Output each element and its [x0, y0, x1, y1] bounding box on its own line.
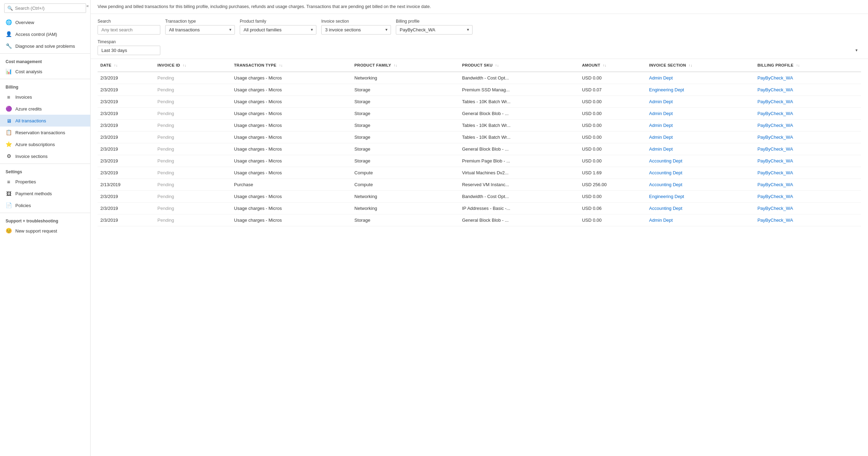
cell-invoice-section[interactable]: Admin Dept — [646, 131, 755, 143]
table-row: 2/3/2019 Pending Usage charges - Micros … — [98, 167, 861, 178]
sidebar-item-label: Access control (IAM) — [15, 32, 57, 37]
table-row: 2/3/2019 Pending Usage charges - Micros … — [98, 72, 861, 84]
cell-amount: USD 0.00 — [579, 72, 646, 84]
sidebar-item-support[interactable]: 😊 New support request — [0, 225, 90, 237]
col-product-family[interactable]: PRODUCT FAMILY ↑↓ — [352, 59, 459, 72]
cell-billing-profile[interactable]: PayByCheck_WA — [755, 107, 861, 119]
cell-product-sku: Tables - 10K Batch Wr... — [459, 96, 579, 107]
page-description: View pending and billed transactions for… — [91, 0, 868, 14]
col-product-sku[interactable]: PRODUCT SKU ↑↓ — [459, 59, 579, 72]
cell-transaction-type: Usage charges - Micros — [231, 119, 352, 131]
cell-product-sku: Reserved VM Instanc... — [459, 178, 579, 190]
sidebar-item-all-transactions[interactable]: 🖥 All transactions — [0, 115, 90, 127]
payment-icon: 🖼 — [6, 190, 12, 197]
cell-invoice-section[interactable]: Accounting Dept — [646, 202, 755, 214]
sidebar-item-label: Payment methods — [15, 191, 52, 196]
cell-product-sku: Virtual Machines Dv2... — [459, 167, 579, 178]
section-billing: Billing — [0, 81, 90, 91]
invoice-section-select[interactable]: 3 invoice sections Admin Dept Engineerin… — [321, 25, 391, 35]
sidebar-item-cost-analysis[interactable]: 📊 Cost analysis — [0, 66, 90, 77]
col-date[interactable]: DATE ↑↓ — [98, 59, 155, 72]
cell-invoice-section[interactable]: Accounting Dept — [646, 178, 755, 190]
cell-invoice-section[interactable]: Admin Dept — [646, 72, 755, 84]
cell-product-family: Networking — [352, 72, 459, 84]
sidebar-item-iam[interactable]: 👤 Access control (IAM) — [0, 28, 90, 40]
col-amount[interactable]: AMOUNT ↑↓ — [579, 59, 646, 72]
cell-product-family: Storage — [352, 96, 459, 107]
cell-transaction-type: Usage charges - Micros — [231, 202, 352, 214]
cell-billing-profile[interactable]: PayByCheck_WA — [755, 167, 861, 178]
cell-date: 2/3/2019 — [98, 143, 155, 155]
cell-billing-profile[interactable]: PayByCheck_WA — [755, 214, 861, 226]
sidebar-item-policies[interactable]: 📄 Policies — [0, 199, 90, 211]
search-box[interactable]: 🔍 — [4, 3, 86, 13]
divider-4 — [0, 213, 90, 213]
sidebar-item-overview[interactable]: 🌐 Overview — [0, 16, 90, 28]
cell-invoice-section[interactable]: Admin Dept — [646, 119, 755, 131]
collapse-button[interactable]: « — [86, 3, 89, 8]
col-invoice-section[interactable]: INVOICE SECTION ↑↓ — [646, 59, 755, 72]
cell-amount: USD 0.00 — [579, 214, 646, 226]
cell-billing-profile[interactable]: PayByCheck_WA — [755, 190, 861, 202]
cell-billing-profile[interactable]: PayByCheck_WA — [755, 155, 861, 167]
cell-product-sku: General Block Blob - ... — [459, 143, 579, 155]
cell-transaction-type: Usage charges - Micros — [231, 131, 352, 143]
cell-invoice-section[interactable]: Engineering Dept — [646, 190, 755, 202]
cell-product-sku: Tables - 10K Batch Wr... — [459, 119, 579, 131]
col-transaction-type[interactable]: TRANSACTION TYPE ↑↓ — [231, 59, 352, 72]
sort-bp-icon: ↑↓ — [796, 63, 800, 67]
cell-amount: USD 0.00 — [579, 131, 646, 143]
col-billing-profile[interactable]: BILLING PROFILE ↑↓ — [755, 59, 861, 72]
search-input[interactable] — [15, 6, 83, 11]
cell-invoice-id: Pending — [155, 190, 231, 202]
cell-product-family: Storage — [352, 107, 459, 119]
divider-2 — [0, 79, 90, 79]
transaction-type-select[interactable]: All transactions Pending Billed Purchase… — [165, 25, 235, 35]
cell-product-sku: Bandwidth - Cost Opt... — [459, 72, 579, 84]
col-invoice-id[interactable]: INVOICE ID ↑↓ — [155, 59, 231, 72]
cell-product-family: Storage — [352, 131, 459, 143]
support-icon: 😊 — [6, 228, 12, 234]
cell-amount: USD 0.00 — [579, 155, 646, 167]
cell-invoice-section[interactable]: Accounting Dept — [646, 167, 755, 178]
timespan-select[interactable]: Last 30 days Last 60 days Last 90 days C… — [98, 46, 160, 55]
cell-billing-profile[interactable]: PayByCheck_WA — [755, 131, 861, 143]
cell-invoice-section[interactable]: Admin Dept — [646, 96, 755, 107]
sidebar-item-label: Diagnose and solve problems — [15, 44, 75, 49]
cell-invoice-section[interactable]: Engineering Dept — [646, 84, 755, 96]
filters-area: Search Transaction type All transactions… — [91, 14, 868, 59]
cell-billing-profile[interactable]: PayByCheck_WA — [755, 72, 861, 84]
cell-invoice-id: Pending — [155, 214, 231, 226]
search-filter-input[interactable] — [98, 25, 160, 35]
sidebar-item-invoice-sections[interactable]: ⚙ Invoice sections — [0, 150, 90, 162]
sidebar-item-azure-subscriptions[interactable]: ⭐ Azure subscriptions — [0, 138, 90, 150]
sidebar-item-azure-credits[interactable]: 🟣 Azure credits — [0, 103, 90, 115]
cell-billing-profile[interactable]: PayByCheck_WA — [755, 178, 861, 190]
transactions-table: DATE ↑↓ INVOICE ID ↑↓ TRANSACTION TYPE ↑… — [98, 59, 861, 226]
section-settings: Settings — [0, 165, 90, 176]
table-row: 2/3/2019 Pending Usage charges - Micros … — [98, 143, 861, 155]
cell-transaction-type: Usage charges - Micros — [231, 167, 352, 178]
sidebar-item-label: Azure subscriptions — [15, 142, 55, 147]
invoice-sections-icon: ⚙ — [6, 153, 12, 159]
sidebar-item-diagnose[interactable]: 🔧 Diagnose and solve problems — [0, 40, 90, 52]
cell-billing-profile[interactable]: PayByCheck_WA — [755, 84, 861, 96]
cell-date: 2/3/2019 — [98, 155, 155, 167]
billing-profile-select[interactable]: PayByCheck_WA — [396, 25, 473, 35]
sidebar-item-reservation-transactions[interactable]: 📋 Reservation transactions — [0, 127, 90, 138]
cell-billing-profile[interactable]: PayByCheck_WA — [755, 119, 861, 131]
cell-invoice-section[interactable]: Accounting Dept — [646, 155, 755, 167]
cell-billing-profile[interactable]: PayByCheck_WA — [755, 143, 861, 155]
cell-amount: USD 0.00 — [579, 190, 646, 202]
cell-billing-profile[interactable]: PayByCheck_WA — [755, 202, 861, 214]
table-body: 2/3/2019 Pending Usage charges - Micros … — [98, 72, 861, 226]
cell-billing-profile[interactable]: PayByCheck_WA — [755, 96, 861, 107]
sidebar-item-properties[interactable]: ≡ Properties — [0, 176, 90, 188]
cell-invoice-section[interactable]: Admin Dept — [646, 214, 755, 226]
sidebar-item-payment-methods[interactable]: 🖼 Payment methods — [0, 188, 90, 199]
sidebar-item-invoices[interactable]: ≡ Invoices — [0, 91, 90, 103]
sidebar-item-label: Properties — [15, 179, 36, 184]
cell-invoice-section[interactable]: Admin Dept — [646, 107, 755, 119]
cell-invoice-section[interactable]: Admin Dept — [646, 143, 755, 155]
product-family-select[interactable]: All product families Compute Networking … — [240, 25, 316, 35]
